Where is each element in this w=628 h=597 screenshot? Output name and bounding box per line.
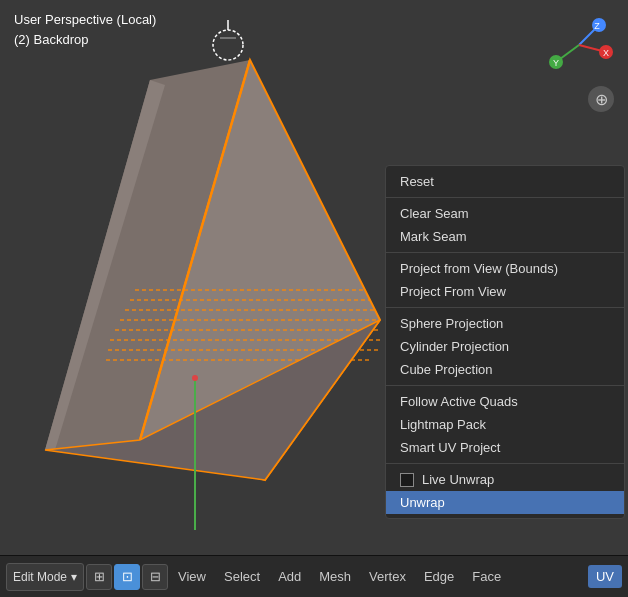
toolbar-select[interactable]: Select: [216, 565, 268, 588]
mode-dropdown[interactable]: Edit Mode ▾: [6, 563, 84, 591]
menu-lightmap-pack[interactable]: Lightmap Pack: [386, 413, 624, 436]
menu-project-view-bounds[interactable]: Project from View (Bounds): [386, 257, 624, 280]
menu-project-view[interactable]: Project From View: [386, 280, 624, 303]
viewport: User Perspective (Local) (2) Backdrop Z …: [0, 0, 628, 555]
toolbar-vertex[interactable]: Vertex: [361, 565, 414, 588]
menu-separator-4: [386, 385, 624, 386]
toolbar-icon-1[interactable]: ⊞: [86, 564, 112, 590]
toolbar-mesh[interactable]: Mesh: [311, 565, 359, 588]
menu-smart-uv-project[interactable]: Smart UV Project: [386, 436, 624, 459]
svg-point-17: [192, 375, 198, 381]
svg-text:X: X: [603, 48, 609, 58]
menu-separator-1: [386, 197, 624, 198]
menu-reset[interactable]: Reset: [386, 170, 624, 193]
zoom-button[interactable]: ⊕: [588, 86, 614, 112]
toolbar-add[interactable]: Add: [270, 565, 309, 588]
live-unwrap-checkbox[interactable]: [400, 473, 414, 487]
menu-clear-seam[interactable]: Clear Seam: [386, 202, 624, 225]
toolbar-view[interactable]: View: [170, 565, 214, 588]
menu-mark-seam[interactable]: Mark Seam: [386, 225, 624, 248]
viewport-gizmo[interactable]: Z X Y: [544, 10, 614, 80]
svg-text:Y: Y: [553, 58, 559, 68]
toolbar-icon-2[interactable]: ⊡: [114, 564, 140, 590]
menu-cylinder-projection[interactable]: Cylinder Projection: [386, 335, 624, 358]
toolbar-icon-3[interactable]: ⊟: [142, 564, 168, 590]
menu-follow-active-quads[interactable]: Follow Active Quads: [386, 390, 624, 413]
context-menu: Reset Clear Seam Mark Seam Project from …: [385, 165, 625, 519]
toolbar-uv[interactable]: UV: [588, 565, 622, 588]
svg-text:Z: Z: [594, 21, 600, 31]
menu-unwrap[interactable]: Unwrap: [386, 491, 624, 514]
menu-cube-projection[interactable]: Cube Projection: [386, 358, 624, 381]
menu-separator-3: [386, 307, 624, 308]
menu-separator-2: [386, 252, 624, 253]
menu-separator-5: [386, 463, 624, 464]
toolbar-face[interactable]: Face: [464, 565, 509, 588]
bottom-toolbar: Edit Mode ▾ ⊞ ⊡ ⊟ View Select Add Mesh V…: [0, 555, 628, 597]
toolbar-edge[interactable]: Edge: [416, 565, 462, 588]
menu-live-unwrap[interactable]: Live Unwrap: [386, 468, 624, 491]
menu-sphere-projection[interactable]: Sphere Projection: [386, 312, 624, 335]
